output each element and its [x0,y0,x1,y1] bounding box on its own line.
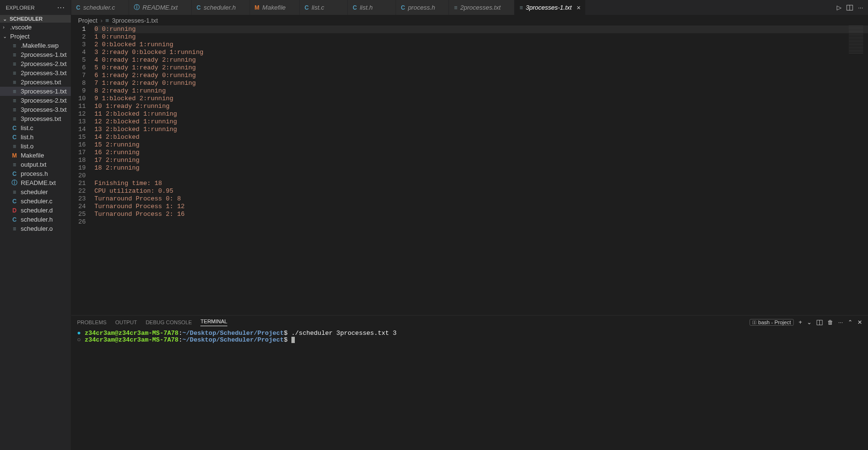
code-line[interactable]: 4 0:ready 1:ready 2:running [94,56,868,64]
editor[interactable]: 1234567891011121314151617181920212223242… [71,26,868,315]
tab-problems[interactable]: PROBLEMS [77,319,106,325]
code-line[interactable]: 15 2:running [94,141,868,149]
terminal-path: ~/Desktop/Scheduler/Project [182,330,284,337]
close-panel-icon[interactable]: ✕ [857,319,862,326]
file-icon: ≡ [11,161,18,168]
editor-tab[interactable]: ⓘREADME.txt× [129,0,192,15]
explorer-more-icon[interactable]: ··· [57,4,65,12]
line-number: 2 [71,33,86,41]
file-item[interactable]: ≡2processes.txt [0,78,71,87]
folder-project[interactable]: ⌄ Project [0,32,71,41]
split-terminal-icon[interactable] [816,319,823,326]
file-item[interactable]: ≡3processes-2.txt [0,96,71,105]
file-item[interactable]: ≡2processes-2.txt [0,59,71,68]
code-line[interactable]: 3 2:ready 0:blocked 1:running [94,49,868,56]
tab-output[interactable]: OUTPUT [115,319,137,325]
tab-terminal[interactable]: TERMINAL [200,318,227,326]
editor-tab[interactable]: Cscheduler.h× [192,0,250,15]
code-line[interactable]: Turnaround Process 2: 16 [94,211,868,218]
file-item[interactable]: ≡.Makefile.swp [0,41,71,50]
breadcrumb-file[interactable]: 3processes-1.txt [112,17,158,24]
run-icon[interactable]: ▷ [837,4,842,11]
file-item[interactable]: ≡2processes-3.txt [0,68,71,78]
file-icon: ⓘ [134,3,140,12]
file-item[interactable]: Cprocess.h [0,169,71,178]
minimap[interactable] [849,26,863,54]
editor-tab[interactable]: Cprocess.h× [396,0,449,15]
breadcrumb-root[interactable]: Project [78,17,97,24]
breadcrumb[interactable]: Project › ≡ 3processes-1.txt [71,15,868,26]
code-line[interactable]: CPU utilization: 0.95 [94,187,868,195]
file-item[interactable]: Cscheduler.h [0,215,71,224]
file-icon: ≡ [11,79,18,86]
code-line[interactable]: 2 0:blocked 1:running [94,41,868,49]
file-icon: M [11,152,18,159]
code-line[interactable]: 12 2:blocked 1:running [94,118,868,126]
kill-terminal-icon[interactable]: 🗑 [828,319,833,326]
close-icon[interactable]: × [577,4,580,12]
code-line[interactable]: Turnaround Process 0: 8 [94,195,868,203]
code-line[interactable]: 17 2:running [94,157,868,164]
code-line[interactable]: 0 0:running [94,26,868,33]
folder-vscode[interactable]: › .vscode [0,23,71,32]
terminal-body[interactable]: ● z34cr3am@z34cr3am-MS-7A78:~/Desktop/Sc… [71,329,868,450]
editor-tab[interactable]: ≡3processes-1.txt× [514,0,586,15]
maximize-panel-icon[interactable]: ⌃ [848,319,853,326]
terminal-line: ● z34cr3am@z34cr3am-MS-7A78:~/Desktop/Sc… [77,330,862,337]
code-line[interactable]: 7 1:ready 2:ready 0:running [94,79,868,87]
line-number: 26 [71,218,86,226]
line-number: 6 [71,64,86,72]
file-item[interactable]: Clist.c [0,123,71,132]
code-line[interactable]: Finishing time: 18 [94,180,868,187]
file-item[interactable]: ≡2processes-1.txt [0,50,71,59]
code-line[interactable]: 10 1:ready 2:running [94,103,868,110]
code-line[interactable]: 5 0:ready 1:ready 2:running [94,64,868,72]
code-line[interactable]: 13 2:blocked 1:running [94,126,868,133]
code-line[interactable]: 6 1:ready 2:ready 0:running [94,72,868,79]
code-line[interactable] [94,218,868,226]
code-line[interactable]: 18 2:running [94,164,868,172]
file-item[interactable]: ≡3processes-3.txt [0,105,71,114]
new-terminal-dropdown-icon[interactable]: ⌄ [807,319,812,326]
terminal-shell-selector[interactable]: ❯⃞ bash - Project [750,319,794,326]
editor-tab[interactable]: Clist.c× [300,0,348,15]
line-number: 12 [71,110,86,118]
code-line[interactable]: 9 1:blocked 2:running [94,95,868,103]
more-actions-icon[interactable]: ··· [858,4,863,11]
editor-tab[interactable]: Clist.h× [348,0,396,15]
more-terminal-icon[interactable]: ··· [838,319,843,326]
file-item[interactable]: Cscheduler.c [0,197,71,206]
file-item[interactable]: ≡3processes-1.txt [0,87,71,96]
file-item[interactable]: ≡scheduler [0,187,71,197]
code-line[interactable]: 16 2:running [94,149,868,157]
new-terminal-icon[interactable]: + [799,319,802,326]
section-header-scheduler[interactable]: ⌄ SCHEDULER [0,15,71,23]
file-item[interactable]: Clist.h [0,132,71,142]
file-item[interactable]: MMakefile [0,151,71,160]
file-item[interactable]: ≡3processes.txt [0,114,71,123]
code-line[interactable]: 11 2:blocked 1:running [94,110,868,118]
file-item[interactable]: ≡scheduler.o [0,224,71,233]
file-item[interactable]: ≡output.txt [0,160,71,169]
file-label: 3processes-3.txt [21,106,66,113]
code-line[interactable]: 1 0:running [94,33,868,41]
panel-actions: ❯⃞ bash - Project + ⌄ 🗑 ··· ⌃ ✕ [750,319,862,326]
code-line[interactable]: 8 2:ready 1:running [94,87,868,95]
file-item[interactable]: ⓘREADME.txt [0,178,71,187]
editor-tab[interactable]: MMakefile× [250,0,300,15]
editor-tab[interactable]: Cscheduler.c× [71,0,129,15]
code-content[interactable]: 0 0:running1 0:running2 0:blocked 1:runn… [94,26,868,315]
file-icon: ≡ [11,225,18,232]
editor-tab[interactable]: ≡2processes.txt× [449,0,514,15]
tab-label: process.h [408,4,435,11]
file-icon: C [76,4,80,11]
file-item[interactable]: Dscheduler.d [0,206,71,215]
tab-debug-console[interactable]: DEBUG CONSOLE [145,319,192,325]
code-line[interactable]: Turnaround Process 1: 12 [94,203,868,211]
code-line[interactable]: 14 2:blocked [94,133,868,141]
file-label: list.c [21,124,33,132]
code-line[interactable] [94,172,868,180]
split-editor-icon[interactable] [846,4,853,11]
file-item[interactable]: ≡list.o [0,142,71,151]
file-label: scheduler [21,188,48,196]
